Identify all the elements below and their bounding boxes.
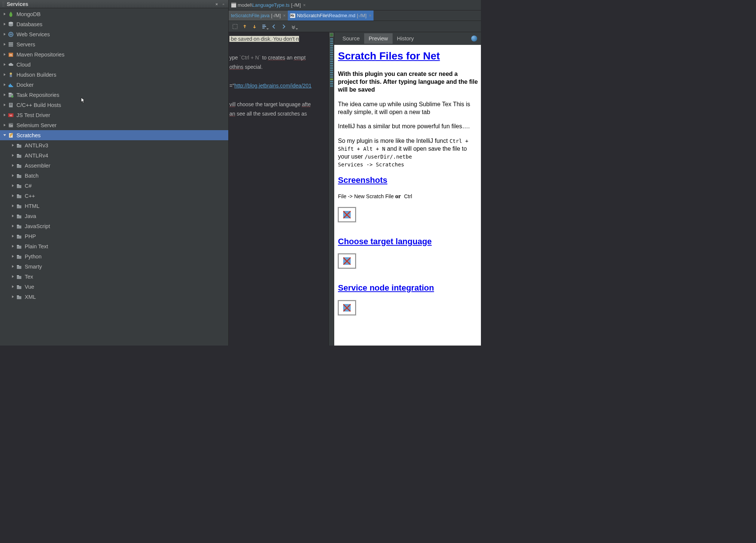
expander-icon[interactable] [10,234,15,239]
expander-icon[interactable] [2,133,7,138]
services-node-maven-repositories[interactable]: mMaven Repositories [0,49,228,59]
services-node-antlrv3[interactable]: ANTLRv3 [0,140,228,150]
services-node-java[interactable]: Java [0,211,228,221]
expander-icon[interactable] [10,194,15,198]
doc-h2-service-link[interactable]: Service node integration [338,283,434,292]
outdent-icon[interactable] [259,22,269,31]
doc-h2-screenshots-link[interactable]: Screenshots [338,175,387,185]
editor-tab[interactable]: teScratchFile.java[-/M]× [229,10,288,21]
services-node-c-[interactable]: C++ [0,191,228,201]
close-panel-icon[interactable]: × [214,1,219,7]
error-stripe-mark[interactable] [330,79,333,80]
services-node-cloud[interactable]: Cloud [0,59,228,70]
error-stripe-mark[interactable] [330,49,333,51]
services-node-python[interactable]: Python [0,251,228,261]
expander-icon[interactable] [10,285,15,289]
services-node-c-c-build-hosts[interactable]: C/C++ Build Hosts [0,100,228,110]
forward-icon[interactable] [279,22,289,31]
expander-icon[interactable] [2,93,7,97]
services-node-docker[interactable]: Docker [0,80,228,90]
services-node-mongodb[interactable]: MongoDB [0,9,228,19]
expander-icon[interactable] [10,153,15,158]
services-node-tex[interactable]: Tex [0,272,228,282]
error-stripe-mark[interactable] [330,58,333,60]
expander-icon[interactable] [10,264,15,269]
services-node-html[interactable]: HTML [0,201,228,211]
shift-down-icon[interactable] [250,22,259,31]
expander-icon[interactable] [10,224,15,228]
close-tab-icon[interactable]: × [303,3,306,8]
services-node-plain-text[interactable]: Plain Text [0,241,228,251]
expander-icon[interactable] [2,22,7,27]
expander-icon[interactable] [2,32,7,37]
services-node-antlrv4[interactable]: ANTLRv4 [0,150,228,160]
expander-icon[interactable] [2,52,7,57]
services-node-task-repositories[interactable]: Task Repositories [0,90,228,100]
services-node-servers[interactable]: Servers [0,39,228,49]
more-icon[interactable] [289,22,298,31]
error-stripe-mark[interactable] [330,43,333,44]
error-stripe-mark[interactable] [330,52,333,53]
expander-icon[interactable] [10,274,15,279]
expander-icon[interactable] [2,113,7,117]
error-stripe-mark[interactable] [330,65,333,67]
services-node-smarty[interactable]: Smarty [0,261,228,272]
expander-icon[interactable] [2,62,7,67]
error-stripe-mark[interactable] [330,83,333,85]
error-stripe-mark[interactable] [330,81,333,82]
error-stripe-mark[interactable] [330,70,333,71]
services-node-assembler[interactable]: Assembler [0,160,228,171]
services-node-databases[interactable]: Databases [0,19,228,29]
services-node-js-test-driver[interactable]: tdJS Test Driver [0,110,228,120]
expander-icon[interactable] [10,254,15,259]
expander-icon[interactable] [2,83,7,87]
services-node-hudson-builders[interactable]: Hudson Builders [0,70,228,80]
selection-icon[interactable] [230,22,240,31]
editor-tab[interactable]: NbScratchFile\Readme.md[-/M]× [288,10,374,21]
error-stripe-mark[interactable] [330,61,333,62]
expander-icon[interactable] [2,42,7,47]
maximize-panel-icon[interactable]: ▫ [221,1,226,7]
services-node-php[interactable]: PHP [0,231,228,241]
services-node-batch[interactable]: Batch [0,171,228,181]
error-stripe-mark[interactable] [330,85,333,87]
expander-icon[interactable] [10,174,15,178]
expander-icon[interactable] [10,295,15,299]
error-stripe-mark[interactable] [330,40,333,42]
services-node-xml[interactable]: XML [0,292,228,302]
code-editor[interactable]: ·be·saved·on·disk.·You·don't·n ype `Ctrl… [229,32,329,346]
services-node-scratches[interactable]: Scratches [0,130,228,140]
services-panel-header[interactable]: Services × ▫ [0,0,228,8]
doc-h1-link[interactable]: Scratch Files for Net [338,50,440,62]
expander-icon[interactable] [10,143,15,148]
error-stripe[interactable] [329,32,334,346]
services-node-selenium-server[interactable]: SeSelenium Server [0,120,228,130]
expander-icon[interactable] [2,103,7,107]
error-stripe-mark[interactable] [330,45,333,46]
error-stripe-mark[interactable] [330,74,333,76]
rendered-markdown[interactable]: Scratch Files for Net With this plugin y… [334,45,481,346]
error-stripe-mark[interactable] [330,76,333,78]
expander-icon[interactable] [2,73,7,77]
shift-up-icon[interactable] [240,22,250,31]
services-node-web-services[interactable]: Web Services [0,29,228,39]
tab-source[interactable]: Source [338,33,364,44]
error-stripe-mark[interactable] [330,67,333,69]
expander-icon[interactable] [10,214,15,218]
error-stripe-mark[interactable] [330,56,333,58]
expander-icon[interactable] [10,244,15,249]
services-node-javascript[interactable]: JavaScript [0,221,228,231]
expander-icon[interactable] [2,12,7,16]
expander-icon[interactable] [10,163,15,168]
error-stripe-mark[interactable] [330,72,333,73]
error-stripe-mark[interactable] [330,47,333,49]
services-node-vue[interactable]: Vue [0,282,228,292]
error-stripe-mark[interactable] [330,54,333,55]
close-tab-icon[interactable]: × [369,13,371,18]
back-icon[interactable] [269,22,279,31]
browser-icon[interactable] [471,36,477,42]
expander-icon[interactable] [10,184,15,188]
tab-preview[interactable]: Preview [364,33,393,44]
expander-icon[interactable] [2,123,7,128]
expander-icon[interactable] [10,204,15,208]
